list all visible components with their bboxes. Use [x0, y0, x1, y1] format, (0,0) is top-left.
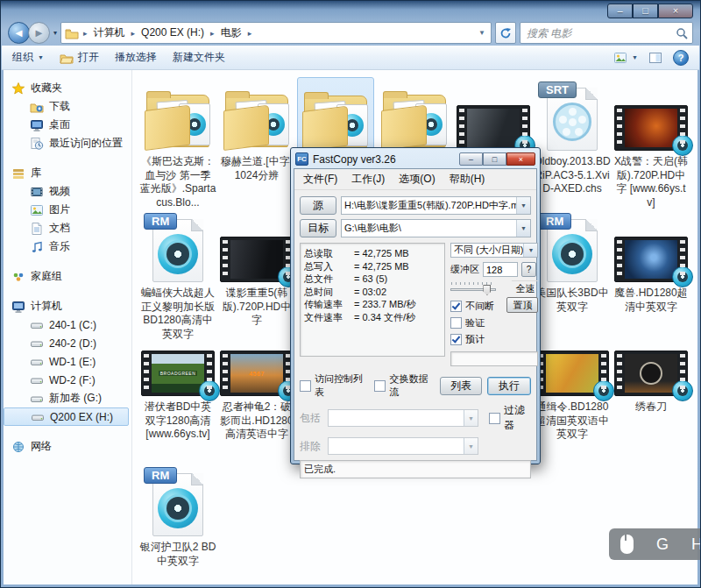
file-item[interactable]: 魔兽.HD1280超清中英双字 — [612, 205, 690, 314]
filter-checkbox[interactable] — [489, 413, 500, 424]
sidebar-group-header[interactable]: 家庭组 — [4, 267, 131, 286]
sidebar-item[interactable]: 最近访问的位置 — [4, 134, 131, 152]
new-folder-button[interactable]: 新建文件夹 — [173, 50, 225, 65]
file-item[interactable]: 通缉令.BD1280超清国英双语中英双字 — [534, 347, 611, 442]
sidebar-item[interactable]: 下载 — [4, 97, 131, 116]
target-button[interactable]: 目标 — [300, 219, 336, 237]
include-combobox[interactable]: ▼ — [328, 409, 478, 427]
sidebar-item[interactable]: 桌面 — [4, 116, 131, 134]
breadcrumb-dropdown-icon[interactable]: ▼ — [478, 29, 487, 37]
search-input[interactable] — [525, 26, 676, 40]
help-button[interactable]: ? — [673, 50, 689, 66]
source-button[interactable]: 源 — [300, 196, 336, 215]
sidebar-group-header[interactable]: 收藏夹 — [4, 79, 131, 97]
transfer-stats-panel: 总读取= 42,725 MB总写入= 42,725 MB总文件= 63 (5)总… — [300, 243, 445, 357]
srt-badge: SRT — [538, 81, 577, 98]
file-item[interactable] — [455, 77, 532, 155]
acl-checkbox[interactable] — [300, 380, 311, 392]
file-item[interactable]: RM蝙蝠侠大战超人正义黎明加长版BD1280高清中英双字 — [139, 205, 216, 341]
file-item[interactable]: BROADGREEN潜伏者BD中英双字1280高清 [www.66ys.tv] — [139, 347, 216, 442]
breadcrumb-segment[interactable]: Q200 EX (H:) — [139, 26, 206, 39]
restore-button[interactable]: □ — [483, 152, 506, 166]
chevron-down-icon[interactable]: ▼ — [516, 220, 530, 237]
forward-button[interactable]: ► — [28, 22, 50, 44]
slider-ticks — [451, 282, 495, 285]
sidebar-item[interactable]: 视频 — [4, 182, 131, 201]
file-item[interactable]: RM银河护卫队2 BD中英双字 — [139, 459, 216, 568]
menu-item[interactable]: 帮助(H) — [443, 170, 492, 188]
breadcrumb-segment[interactable]: 电影 — [219, 26, 244, 39]
open-button[interactable]: 打开 — [60, 50, 99, 65]
titlebar[interactable]: – □ × — [1, 1, 700, 20]
history-dropdown-icon[interactable]: ▾ — [53, 29, 57, 37]
file-item[interactable]: SRTOldboy.2013.BDRiP.AC3-5.1.XviD-AXED.c… — [534, 77, 611, 196]
maximize-button[interactable]: □ — [633, 4, 658, 18]
file-item[interactable]: X战警：天启(韩版).720P.HD中字 [www.66ys.tv] — [612, 77, 690, 209]
file-label: 穆赫兰道.[中字.1024分辨 — [218, 155, 295, 182]
source-combobox[interactable]: H:\电影\谍影重重5(韩版).720P.HD中字.mp4; I ▼ — [341, 196, 531, 215]
estimate-checkbox[interactable] — [450, 334, 462, 345]
chevron-down-icon[interactable]: ▼ — [523, 244, 537, 257]
views-button[interactable]: ▼ — [613, 51, 638, 65]
include-label: 包括 — [300, 411, 324, 426]
refresh-button[interactable] — [495, 22, 516, 44]
sidebar-item[interactable]: WD-1 (E:) — [4, 352, 131, 371]
sidebar-item[interactable]: WD-2 (F:) — [4, 371, 131, 389]
sidebar-item-label: 文档 — [49, 221, 70, 236]
play-selection-button[interactable]: 播放选择 — [115, 50, 157, 65]
menu-item[interactable]: 选项(O) — [392, 170, 442, 188]
sidebar-item[interactable]: 音乐 — [4, 237, 131, 256]
ads-checkbox[interactable] — [374, 380, 386, 392]
nonstop-checkbox[interactable] — [450, 301, 462, 312]
mode-combobox[interactable]: 不同 (大小/日期) ▼ — [450, 243, 538, 258]
sidebar-item-label: 音乐 — [49, 239, 70, 254]
preview-pane-button[interactable] — [648, 51, 662, 65]
sidebar-item[interactable]: 文档 — [4, 219, 131, 237]
organize-button[interactable]: 组织▼ — [12, 50, 44, 65]
topmost-button[interactable]: 置顶 — [506, 297, 538, 313]
close-button[interactable]: × — [506, 152, 535, 166]
target-combobox[interactable]: G:\电影\电影\ ▼ — [341, 219, 531, 237]
menu-item[interactable]: 工作(J) — [344, 170, 392, 188]
rm-badge: RM — [538, 213, 571, 230]
sidebar-group-header[interactable]: 网络 — [4, 437, 131, 456]
minimize-button[interactable]: – — [459, 152, 483, 166]
file-item[interactable]: RM美国队长3BD中英双字 — [534, 205, 611, 314]
file-item[interactable]: 《斯巴达克斯：血与沙 第一季 蓝光版》.Spartacus.Blo... — [139, 77, 216, 209]
estimate-box — [450, 351, 538, 366]
file-item[interactable]: 绣春刀 — [612, 347, 690, 414]
file-item[interactable]: 谍影重重5(韩版).720P.HD中字 — [218, 205, 295, 328]
sidebar-group-header[interactable]: 库 — [4, 164, 131, 182]
file-item[interactable]: 穆赫兰道.[中字.1024分辨 — [218, 77, 295, 182]
slider-thumb-icon[interactable] — [483, 285, 491, 295]
buffer-input[interactable] — [483, 262, 518, 277]
execute-button[interactable]: 执行 — [487, 377, 531, 395]
file-item[interactable] — [376, 77, 453, 155]
media-player-badge-icon — [199, 380, 220, 401]
sidebar-item[interactable]: 新加卷 (G:) — [4, 389, 131, 407]
close-button[interactable]: × — [658, 4, 693, 18]
ads-label: 交换数据流 — [389, 372, 435, 399]
file-item[interactable]: 4567忍者神龟2：破影而出.HD1280高清英语中字 — [218, 347, 295, 442]
breadcrumb[interactable]: ▸计算机▸Q200 EX (H:)▸电影▸ ▼ — [60, 22, 492, 44]
sidebar-item[interactable]: 240-1 (C:) — [4, 315, 131, 334]
sidebar-group-header[interactable]: 计算机 — [4, 297, 131, 315]
log-area[interactable]: 已完成. — [300, 460, 531, 478]
menu-item[interactable]: 文件(F) — [296, 170, 344, 188]
fastcopy-dialog[interactable]: FC FastCopy ver3.26 – □ × 文件(F)工作(J)选项(O… — [290, 147, 541, 464]
verify-checkbox[interactable] — [450, 317, 462, 329]
exclude-combobox[interactable]: ▼ — [328, 437, 478, 455]
back-button[interactable]: ◄ — [8, 22, 30, 44]
sidebar-item[interactable]: 图片 — [4, 201, 131, 219]
minimize-button[interactable]: – — [607, 4, 633, 18]
sidebar-item[interactable]: Q200 EX (H:) — [4, 407, 129, 426]
breadcrumb-separator-icon: ▸ — [244, 29, 257, 38]
stat-label: 总读取 — [304, 247, 354, 260]
sidebar-item[interactable]: 240-2 (D:) — [4, 334, 131, 352]
chevron-down-icon[interactable]: ▼ — [516, 197, 530, 214]
buffer-help-button[interactable]: ? — [521, 262, 536, 277]
breadcrumb-segment[interactable]: 计算机 — [92, 26, 127, 39]
speed-slider[interactable] — [450, 282, 496, 294]
fastcopy-titlebar[interactable]: FC FastCopy ver3.26 – □ × — [294, 150, 537, 168]
list-button[interactable]: 列表 — [440, 377, 482, 395]
